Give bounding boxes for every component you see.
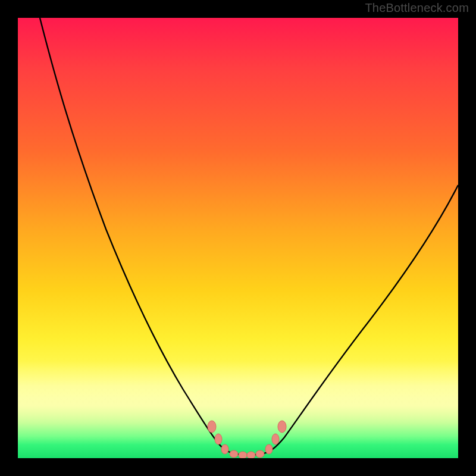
chart-marker xyxy=(256,450,264,458)
plot-area xyxy=(18,18,458,458)
marker-group xyxy=(208,421,286,458)
watermark-text: TheBottleneck.com xyxy=(365,1,469,15)
chart-frame: TheBottleneck.com xyxy=(0,0,476,476)
chart-marker xyxy=(215,434,222,444)
bottleneck-curve xyxy=(40,18,458,455)
chart-marker xyxy=(278,421,286,433)
chart-marker xyxy=(272,434,279,444)
bottleneck-curve-svg xyxy=(18,18,458,458)
chart-marker xyxy=(221,444,228,454)
chart-marker xyxy=(208,421,216,433)
chart-marker xyxy=(265,444,273,454)
chart-marker xyxy=(247,452,255,458)
chart-marker xyxy=(230,450,238,458)
chart-marker xyxy=(239,452,247,458)
